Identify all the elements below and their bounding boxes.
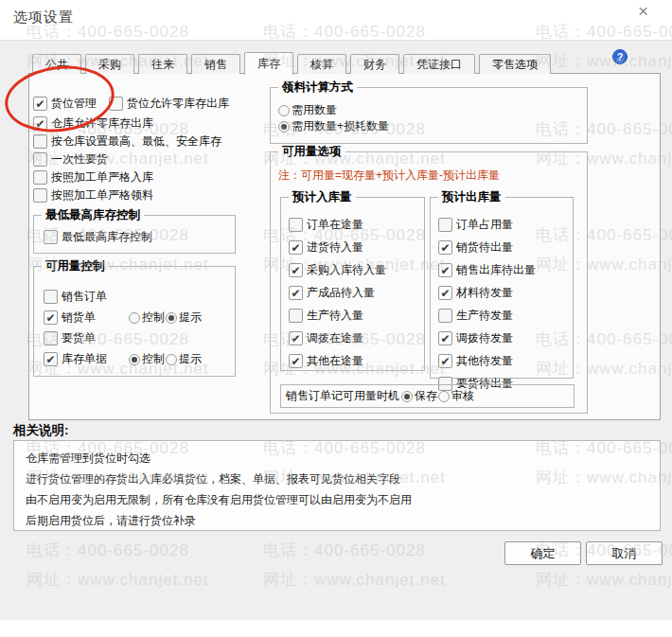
group-minmax-stock-control: 最低最高库存控制 最低最高库存控制: [33, 215, 236, 254]
finished-goods-pending-in-qty-option: ✔产成品待入量: [289, 285, 386, 301]
cancel-button[interactable]: 取消: [586, 541, 663, 565]
checkbox-material-pending-issue-qty[interactable]: ✔: [438, 286, 452, 300]
checkbox-other-in-transit-qty[interactable]: ✔: [289, 354, 303, 368]
help-icon[interactable]: ?: [612, 49, 628, 64]
sales-delivery-row: ✔销货单控制提示: [44, 310, 202, 326]
checkbox-transfer-in-transit-qty[interactable]: ✔: [289, 331, 303, 345]
control-option: 控制: [129, 310, 165, 326]
tab-strip: 公共采购往来销售库存核算财务凭证接口零售选项: [32, 51, 551, 74]
radio-on-save[interactable]: [401, 391, 413, 402]
radio-prompt[interactable]: [166, 354, 177, 365]
group-expected-outbound-qty: 预计出库量 订单占用量✔销货待出量✔销售出库待出量✔材料待发量生产待发量✔调拨待…: [430, 197, 574, 379]
strict-inbound-by-process-order-option: 按照加工单严格入库: [33, 169, 153, 186]
tab-sales[interactable]: 销售: [191, 54, 240, 74]
checkbox-strict-material-issue-by-process-order[interactable]: [33, 188, 47, 203]
group-available-qty-control: 可用量控制 销售订单✔销货单控制提示要货单✔库存单据控制提示: [33, 266, 236, 377]
group-title: 预计出库量: [438, 189, 505, 205]
label-transfer-pending-issue-qty: 调拨待发量: [456, 330, 513, 346]
group-title: 预计入库量: [289, 189, 356, 205]
sales-delivery-mode-radios: 控制提示: [129, 310, 202, 326]
group-available-qty-options: 可用量选项 注：可用量=现存量+预计入库量-预计出库量 预计入库量 订单在途量✔…: [270, 151, 588, 414]
tab-transactions[interactable]: 往来: [138, 54, 187, 74]
radio-required-qty-plus-loss[interactable]: [278, 121, 290, 133]
checkbox-requisition-order[interactable]: [44, 331, 58, 345]
checkbox-production-pending-issue-qty[interactable]: [438, 309, 452, 323]
required-qty-option: 需用数量: [278, 102, 337, 118]
checkbox-sales-pending-out-qty[interactable]: ✔: [438, 240, 452, 255]
label-receipt-pending-in-qty: 进货待入量: [307, 239, 363, 256]
on-audit-option: 审核: [438, 388, 474, 404]
checkbox-inventory-voucher[interactable]: ✔: [44, 352, 58, 366]
label-on-audit: 审核: [451, 388, 474, 404]
order-occupied-qty-option: 订单占用量: [438, 217, 536, 233]
location-allow-zero-stock-out-option: 货位允许零库存出库: [109, 96, 229, 112]
ok-button[interactable]: 确定: [504, 541, 581, 565]
checkbox-receipt-pending-in-qty[interactable]: ✔: [289, 240, 303, 255]
label-material-pending-issue-qty: 材料待发量: [456, 285, 513, 301]
checkbox-other-pending-issue-qty[interactable]: ✔: [438, 354, 452, 368]
group-title: 可用量选项: [278, 144, 345, 160]
tab-retail-options[interactable]: 零售选项: [479, 54, 551, 74]
sales-order-row: 销售订单: [44, 289, 123, 305]
checkbox-purchase-inbound-pending-in-qty[interactable]: ✔: [289, 263, 303, 277]
label-required-qty-plus-loss: 需用数量+损耗数量: [292, 118, 389, 134]
checkbox-sales-delivery[interactable]: ✔: [44, 310, 58, 325]
required-qty-plus-loss-option: 需用数量+损耗数量: [278, 118, 389, 134]
prompt-option: 提示: [166, 310, 202, 326]
checkbox-location-allow-zero-stock-out[interactable]: [109, 97, 123, 111]
tab-accounting[interactable]: 核算: [297, 54, 346, 74]
dialog-title: 选项设置: [13, 9, 74, 27]
label-location-allow-zero-stock-out: 货位允许零库存出库: [127, 96, 229, 112]
label-goods-location-management: 货位管理: [51, 96, 97, 112]
inventory-voucher-row: ✔库存单据控制提示: [44, 351, 202, 367]
sales-order-option: 销售订单: [44, 289, 123, 305]
checkbox-one-time-requisition[interactable]: [33, 152, 47, 167]
radio-prompt[interactable]: [166, 312, 177, 324]
production-pending-in-qty-option: 生产待入量: [289, 308, 386, 324]
checkbox-strict-inbound-by-process-order[interactable]: [33, 170, 47, 185]
close-icon[interactable]: ×: [638, 2, 648, 20]
transfer-in-transit-qty-option: ✔调拨在途量: [289, 330, 386, 346]
checkbox-order-in-transit-qty[interactable]: [289, 218, 303, 232]
checkbox-transfer-pending-issue-qty[interactable]: ✔: [438, 331, 452, 345]
sales-order-qty-timing-box: 销售订单记可用量时机 保存审核: [280, 384, 575, 408]
label-prompt: 提示: [179, 310, 202, 326]
tab-finance[interactable]: 财务: [350, 54, 399, 74]
other-pending-issue-qty-option: ✔其他待发量: [438, 353, 536, 369]
transfer-pending-issue-qty-option: ✔调拨待发量: [438, 330, 536, 346]
option-row: ✔货位管理货位允许零库存出库: [33, 96, 229, 112]
one-time-requisition-option: 一次性要货: [33, 151, 108, 168]
checkbox-per-warehouse-max-min-safe-stock[interactable]: [33, 134, 47, 149]
checkbox-warehouse-allow-zero-stock-out[interactable]: ✔: [33, 116, 47, 131]
note-line: 由不启用变为启用无限制，所有仓库没有启用货位管理可以由启用变为不启用: [26, 489, 660, 510]
radio-on-audit[interactable]: [438, 391, 450, 402]
group-expected-inbound-qty: 预计入库量 订单在途量✔进货待入量✔采购入库待入量✔产成品待入量生产待入量✔调拨…: [280, 197, 425, 371]
checkbox-sales-outbound-pending-out-qty[interactable]: ✔: [438, 263, 452, 277]
radio-control[interactable]: [129, 354, 140, 365]
sales-delivery-option: ✔销货单: [44, 310, 123, 326]
label-sales-outbound-pending-out-qty: 销售出库待出量: [456, 262, 536, 278]
requisition-order-row: 要货单: [44, 330, 123, 346]
checkbox-production-pending-in-qty[interactable]: [289, 309, 303, 323]
checkbox-goods-location-management[interactable]: ✔: [33, 97, 47, 111]
label-min-max-stock-control: 最低最高库存控制: [62, 229, 152, 245]
radio-control[interactable]: [129, 312, 140, 324]
label-order-occupied-qty: 订单占用量: [456, 217, 513, 233]
checkbox-min-max-stock-control[interactable]: [44, 230, 58, 244]
checkbox-order-occupied-qty[interactable]: [438, 218, 452, 232]
tab-purchase[interactable]: 采购: [85, 54, 134, 74]
label-requisition-order: 要货单: [62, 330, 96, 346]
control-option: 控制: [129, 351, 165, 367]
checkbox-sales-order[interactable]: [44, 290, 58, 304]
checkbox-finished-goods-pending-in-qty[interactable]: ✔: [289, 286, 303, 300]
inventory-voucher-mode-radios: 控制提示: [129, 351, 202, 367]
label-production-pending-in-qty: 生产待入量: [307, 308, 363, 324]
tab-public[interactable]: 公共: [32, 54, 81, 74]
tab-voucher-interface[interactable]: 凭证接口: [403, 54, 475, 74]
tab-inventory[interactable]: 库存: [244, 52, 293, 75]
label-control: 控制: [142, 310, 165, 326]
on-save-option: 保存: [401, 388, 437, 404]
label-other-pending-issue-qty: 其他待发量: [456, 353, 513, 369]
label-order-in-transit-qty: 订单在途量: [307, 217, 363, 233]
radio-required-qty[interactable]: [278, 105, 290, 116]
